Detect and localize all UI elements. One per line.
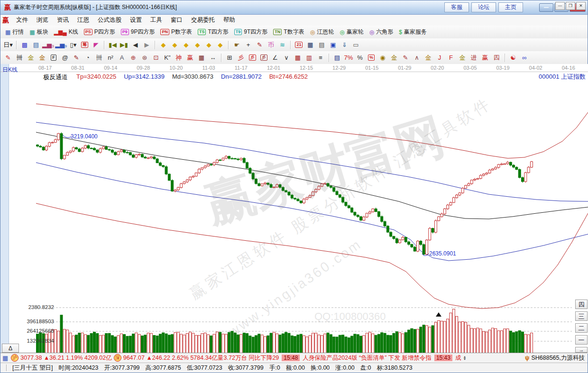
marker-pen-button[interactable]: ✎ — [254, 40, 265, 50]
quick-link-button[interactable]: 主页 — [498, 2, 523, 12]
kline-button[interactable]: ▂▆▄K线 — [51, 27, 81, 37]
p-square-button[interactable]: PSP四方形 — [81, 27, 118, 37]
grid-lines-button[interactable]: 卌 — [94, 53, 104, 63]
speed-line-button[interactable]: 进 — [469, 53, 479, 63]
diamond-expand-x-button[interactable]: ◆ — [169, 40, 180, 50]
a-channel-button[interactable]: A — [117, 53, 127, 63]
j-line-button[interactable]: J — [434, 53, 445, 63]
diamond-shrink-x-button[interactable]: ◆ — [158, 40, 168, 50]
sh-index-value[interactable]: 3077.38 — [20, 355, 42, 361]
chip-distribution-button[interactable]: 筹 — [79, 40, 90, 50]
ticker-stock[interactable]: ψSH688565,力源科技 — [525, 354, 588, 362]
gann-circle-button[interactable]: ⊕ — [128, 53, 138, 63]
ying-angle-button[interactable]: 赢 — [480, 53, 490, 63]
sectors-button[interactable]: ▦板块 — [27, 27, 51, 37]
diamond-shrink-both-button[interactable]: ◆ — [203, 40, 214, 50]
percent-line-button[interactable]: % — [366, 53, 377, 63]
red-grid1-button[interactable]: ▦ — [293, 53, 303, 63]
menu-item[interactable]: 江恩 — [73, 15, 93, 25]
minimize-button[interactable]: — — [539, 3, 553, 12]
percent7-button[interactable]: 7% — [343, 53, 354, 63]
p-number-table-button[interactable]: PNP数字表 — [157, 27, 195, 37]
winner-service-button[interactable]: $赢家服务 — [396, 27, 430, 37]
draw-brush-button[interactable]: ✎ — [3, 53, 13, 63]
fan-box2-button[interactable]: 彡 — [258, 53, 269, 63]
si-tool-button[interactable]: 四 — [491, 53, 502, 63]
menu-item[interactable]: 资讯 — [53, 15, 73, 25]
menu-item[interactable]: 工具 — [146, 15, 166, 25]
pane-split-2-button[interactable]: 二 — [575, 323, 588, 333]
percent-button[interactable]: % — [355, 53, 365, 63]
save-button[interactable]: ▣ — [328, 40, 338, 50]
gold-circle-button[interactable]: ◉ — [377, 53, 388, 63]
child-close-button[interactable]: ✕ — [576, 2, 586, 10]
print-button[interactable]: ▭ — [350, 40, 361, 50]
pattern-tool-button[interactable]: ≋ — [277, 40, 287, 50]
first-page-button[interactable]: ▮◀ — [107, 40, 118, 50]
f10-info-button[interactable]: ▤ — [31, 40, 41, 50]
f-line-button[interactable]: F — [446, 53, 456, 63]
price-ladder-button[interactable]: ▤ — [332, 53, 342, 63]
chip-tool-button[interactable]: 币 — [266, 40, 276, 50]
menu-item[interactable]: 窗口 — [166, 15, 187, 25]
sz-index-value[interactable]: 9647.07 — [123, 355, 145, 361]
box-select-button[interactable]: ⊞ — [224, 53, 235, 63]
child-restore-button[interactable]: ❐ — [566, 2, 575, 10]
gold-grid1-button[interactable]: 金 — [26, 53, 36, 63]
menu-item[interactable]: 公式选股 — [93, 15, 126, 25]
gold-grid2-button[interactable]: 金 — [37, 53, 47, 63]
spiral-button[interactable]: @ — [60, 53, 70, 63]
parallel-rays-button[interactable]: ≡ — [315, 53, 326, 63]
menu-item[interactable]: 交易委托 — [187, 15, 219, 25]
scroll-spinner[interactable]: ▲▼ — [463, 355, 466, 360]
f-tool-button[interactable]: F — [48, 53, 59, 63]
infinity-button[interactable]: ∞ — [519, 53, 530, 63]
fan-box1-button[interactable]: 彡 — [247, 53, 257, 63]
news-headline[interactable]: 人身保险产品2024版 “负面清单” 下发 新增禁令指 — [303, 354, 432, 362]
last-page-button[interactable]: ▶▮ — [119, 40, 129, 50]
ying-grid-button[interactable]: 赢 — [185, 53, 195, 63]
trend-wave-button[interactable]: ▩ — [19, 40, 30, 50]
vol3-chart-button[interactable]: ▂▅₃ — [42, 40, 54, 50]
news-headline-next[interactable]: 成 — [455, 354, 461, 362]
time-circle-button[interactable]: ◔ — [83, 53, 93, 63]
t-square-button[interactable]: TST四方形 — [195, 27, 231, 37]
child-minimize-button[interactable]: — — [555, 2, 565, 10]
candle-style-dropdown[interactable]: ▯▾ — [68, 40, 78, 50]
hand-drag-button[interactable]: ☛ — [231, 40, 242, 50]
diamond-expand-y-button[interactable]: ◆ — [192, 40, 202, 50]
shen-grid-button[interactable]: 神 — [174, 53, 184, 63]
menu-item[interactable]: 帮助 — [219, 15, 239, 25]
calculator-button[interactable]: ▦ — [305, 40, 315, 50]
gann-grid-button[interactable]: 卌 — [14, 53, 25, 63]
n-square-button[interactable]: n² — [105, 53, 116, 63]
width-measure-button[interactable]: ↔ — [208, 53, 218, 63]
pane-split-1-button[interactable]: 一 — [575, 335, 588, 345]
color-kline-button[interactable]: ◤ — [91, 40, 101, 50]
pane-scroll-right-button[interactable]: → — [575, 347, 588, 353]
pane-split-3-button[interactable]: 三 — [575, 311, 588, 321]
menu-item[interactable]: 浏览 — [32, 15, 53, 25]
zigzag-button[interactable]: ∨ — [281, 53, 292, 63]
star-circle-button[interactable]: ⊛ — [139, 53, 150, 63]
chart-canvas[interactable] — [0, 64, 588, 354]
quotes-button[interactable]: ▦行情 — [2, 27, 27, 37]
9p-square-button[interactable]: P99P四方形 — [118, 27, 158, 37]
news-ticker-tail[interactable]: 量3.72万台 同比下降29 — [218, 354, 279, 362]
ruler-brush-button[interactable]: ✎ — [71, 53, 82, 63]
quote-board-icon[interactable]: ▦ — [2, 355, 8, 362]
export-button[interactable]: ⇓ — [339, 40, 349, 50]
pane-split-4-button[interactable]: 四 — [575, 300, 588, 309]
delta-tool-button[interactable]: Δ — [2, 344, 19, 353]
period-day-dropdown[interactable]: 日▾ — [3, 40, 13, 50]
gann-wheel-button[interactable]: ◎江恩轮 — [307, 27, 337, 37]
quick-link-button[interactable]: 论坛 — [471, 2, 496, 12]
angle-line-button[interactable]: ∠ — [270, 53, 280, 63]
gold-ray-button[interactable]: 金 — [457, 53, 468, 63]
menu-item[interactable]: 文件 — [12, 15, 32, 25]
yinyang-button[interactable]: ☯ — [508, 53, 518, 63]
quick-link-button[interactable]: 客服 — [444, 2, 469, 12]
flag-brush-button[interactable]: ✎ — [400, 53, 411, 63]
crosshair-button[interactable]: + — [243, 40, 253, 50]
next-page-button[interactable]: ▶ — [141, 40, 152, 50]
